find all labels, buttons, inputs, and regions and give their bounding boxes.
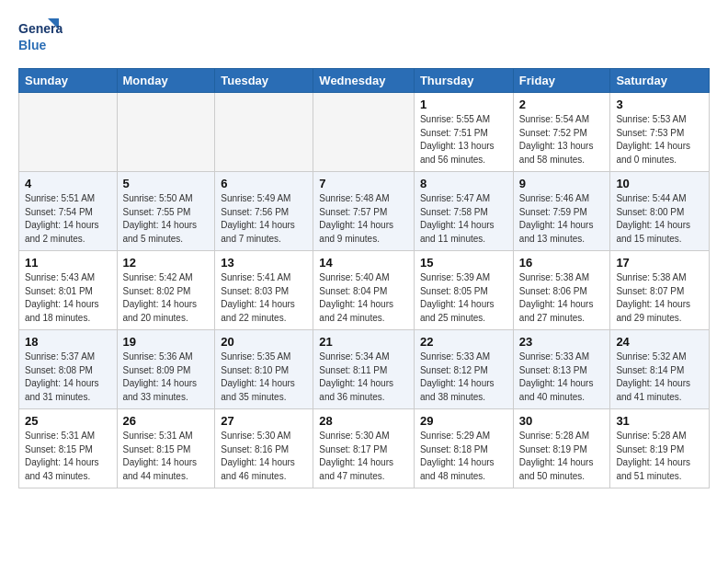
day-number: 7 (319, 177, 408, 190)
day-cell: 30Sunrise: 5:28 AM Sunset: 8:19 PM Dayli… (513, 409, 610, 488)
day-number: 14 (319, 256, 408, 270)
day-cell: 23Sunrise: 5:33 AM Sunset: 8:13 PM Dayli… (513, 330, 610, 409)
logo: GeneralBlue (18, 15, 63, 57)
day-number: 25 (25, 414, 111, 428)
day-number: 28 (319, 414, 408, 428)
day-info: Sunrise: 5:43 AM Sunset: 8:01 PM Dayligh… (25, 271, 111, 325)
day-number: 13 (221, 256, 307, 270)
day-cell: 21Sunrise: 5:34 AM Sunset: 8:11 PM Dayli… (313, 330, 415, 409)
day-info: Sunrise: 5:40 AM Sunset: 8:04 PM Dayligh… (319, 271, 408, 325)
day-cell (313, 93, 415, 172)
day-number: 17 (616, 256, 703, 270)
day-cell: 8Sunrise: 5:47 AM Sunset: 7:58 PM Daylig… (414, 172, 513, 251)
day-cell: 13Sunrise: 5:41 AM Sunset: 8:03 PM Dayli… (215, 251, 313, 330)
day-number: 6 (221, 177, 307, 190)
week-row-1: 1Sunrise: 5:55 AM Sunset: 7:51 PM Daylig… (19, 93, 710, 172)
day-cell: 17Sunrise: 5:38 AM Sunset: 8:07 PM Dayli… (610, 251, 710, 330)
weekday-header-row: SundayMondayTuesdayWednesdayThursdayFrid… (19, 69, 710, 93)
day-cell: 9Sunrise: 5:46 AM Sunset: 7:59 PM Daylig… (513, 172, 610, 251)
day-cell: 14Sunrise: 5:40 AM Sunset: 8:04 PM Dayli… (313, 251, 415, 330)
day-number: 24 (616, 335, 703, 349)
day-info: Sunrise: 5:48 AM Sunset: 7:57 PM Dayligh… (319, 192, 408, 246)
day-cell: 3Sunrise: 5:53 AM Sunset: 7:53 PM Daylig… (610, 93, 710, 172)
day-cell: 2Sunrise: 5:54 AM Sunset: 7:52 PM Daylig… (513, 93, 610, 172)
weekday-header-wednesday: Wednesday (313, 69, 415, 93)
day-info: Sunrise: 5:38 AM Sunset: 8:07 PM Dayligh… (616, 271, 703, 325)
week-row-3: 11Sunrise: 5:43 AM Sunset: 8:01 PM Dayli… (19, 251, 710, 330)
day-info: Sunrise: 5:42 AM Sunset: 8:02 PM Dayligh… (123, 271, 210, 325)
day-cell: 18Sunrise: 5:37 AM Sunset: 8:08 PM Dayli… (19, 330, 118, 409)
day-info: Sunrise: 5:37 AM Sunset: 8:08 PM Dayligh… (25, 350, 111, 404)
weekday-header-monday: Monday (117, 69, 215, 93)
day-cell: 7Sunrise: 5:48 AM Sunset: 7:57 PM Daylig… (313, 172, 415, 251)
day-cell: 25Sunrise: 5:31 AM Sunset: 8:15 PM Dayli… (19, 409, 118, 488)
day-cell (215, 93, 313, 172)
day-info: Sunrise: 5:31 AM Sunset: 8:15 PM Dayligh… (25, 430, 111, 483)
day-number: 4 (25, 177, 111, 190)
day-cell: 28Sunrise: 5:30 AM Sunset: 8:17 PM Dayli… (313, 409, 415, 488)
day-cell: 19Sunrise: 5:36 AM Sunset: 8:09 PM Dayli… (117, 330, 215, 409)
day-info: Sunrise: 5:38 AM Sunset: 8:06 PM Dayligh… (519, 271, 605, 325)
logo-container: GeneralBlue (18, 15, 63, 57)
header: GeneralBlue (18, 15, 710, 57)
day-info: Sunrise: 5:33 AM Sunset: 8:13 PM Dayligh… (519, 350, 605, 404)
day-number: 31 (616, 414, 703, 428)
weekday-header-saturday: Saturday (610, 69, 710, 93)
day-cell: 16Sunrise: 5:38 AM Sunset: 8:06 PM Dayli… (513, 251, 610, 330)
day-number: 1 (420, 98, 507, 111)
day-info: Sunrise: 5:30 AM Sunset: 8:17 PM Dayligh… (319, 430, 408, 483)
day-info: Sunrise: 5:55 AM Sunset: 7:51 PM Dayligh… (420, 113, 507, 167)
weekday-header-tuesday: Tuesday (215, 69, 313, 93)
day-cell: 12Sunrise: 5:42 AM Sunset: 8:02 PM Dayli… (117, 251, 215, 330)
day-cell: 15Sunrise: 5:39 AM Sunset: 8:05 PM Dayli… (414, 251, 513, 330)
day-cell: 1Sunrise: 5:55 AM Sunset: 7:51 PM Daylig… (414, 93, 513, 172)
day-info: Sunrise: 5:39 AM Sunset: 8:05 PM Dayligh… (420, 271, 507, 325)
day-number: 11 (25, 256, 111, 270)
day-number: 12 (123, 256, 210, 270)
week-row-4: 18Sunrise: 5:37 AM Sunset: 8:08 PM Dayli… (19, 330, 710, 409)
day-info: Sunrise: 5:34 AM Sunset: 8:11 PM Dayligh… (319, 350, 408, 404)
weekday-header-friday: Friday (513, 69, 610, 93)
day-number: 29 (420, 414, 507, 428)
day-number: 16 (519, 256, 605, 270)
day-info: Sunrise: 5:46 AM Sunset: 7:59 PM Dayligh… (519, 192, 605, 246)
day-info: Sunrise: 5:54 AM Sunset: 7:52 PM Dayligh… (519, 113, 605, 167)
day-number: 22 (420, 335, 507, 349)
day-number: 19 (123, 335, 210, 349)
logo-icon: GeneralBlue (18, 15, 63, 57)
day-number: 9 (519, 177, 605, 190)
calendar: SundayMondayTuesdayWednesdayThursdayFrid… (18, 68, 710, 488)
day-number: 18 (25, 335, 111, 349)
svg-text:Blue: Blue (18, 38, 47, 52)
day-cell: 10Sunrise: 5:44 AM Sunset: 8:00 PM Dayli… (610, 172, 710, 251)
day-info: Sunrise: 5:33 AM Sunset: 8:12 PM Dayligh… (420, 350, 507, 404)
day-info: Sunrise: 5:36 AM Sunset: 8:09 PM Dayligh… (123, 350, 210, 404)
day-cell: 31Sunrise: 5:28 AM Sunset: 8:19 PM Dayli… (610, 409, 710, 488)
day-cell (117, 93, 215, 172)
week-row-2: 4Sunrise: 5:51 AM Sunset: 7:54 PM Daylig… (19, 172, 710, 251)
day-cell: 22Sunrise: 5:33 AM Sunset: 8:12 PM Dayli… (414, 330, 513, 409)
day-number: 21 (319, 335, 408, 349)
day-info: Sunrise: 5:35 AM Sunset: 8:10 PM Dayligh… (221, 350, 307, 404)
day-info: Sunrise: 5:28 AM Sunset: 8:19 PM Dayligh… (616, 430, 703, 483)
day-info: Sunrise: 5:49 AM Sunset: 7:56 PM Dayligh… (221, 192, 307, 246)
day-cell (19, 93, 118, 172)
day-info: Sunrise: 5:28 AM Sunset: 8:19 PM Dayligh… (519, 430, 605, 483)
day-number: 27 (221, 414, 307, 428)
day-number: 26 (123, 414, 210, 428)
day-cell: 24Sunrise: 5:32 AM Sunset: 8:14 PM Dayli… (610, 330, 710, 409)
day-info: Sunrise: 5:31 AM Sunset: 8:15 PM Dayligh… (123, 430, 210, 483)
day-info: Sunrise: 5:44 AM Sunset: 8:00 PM Dayligh… (616, 192, 703, 246)
day-cell: 6Sunrise: 5:49 AM Sunset: 7:56 PM Daylig… (215, 172, 313, 251)
page: GeneralBlue SundayMondayTuesdayWednesday… (0, 0, 728, 503)
day-info: Sunrise: 5:29 AM Sunset: 8:18 PM Dayligh… (420, 430, 507, 483)
day-info: Sunrise: 5:47 AM Sunset: 7:58 PM Dayligh… (420, 192, 507, 246)
day-number: 20 (221, 335, 307, 349)
day-cell: 29Sunrise: 5:29 AM Sunset: 8:18 PM Dayli… (414, 409, 513, 488)
day-number: 3 (616, 98, 703, 111)
day-number: 5 (123, 177, 210, 190)
day-number: 2 (519, 98, 605, 111)
day-number: 10 (616, 177, 703, 190)
day-info: Sunrise: 5:53 AM Sunset: 7:53 PM Dayligh… (616, 113, 703, 167)
day-cell: 26Sunrise: 5:31 AM Sunset: 8:15 PM Dayli… (117, 409, 215, 488)
